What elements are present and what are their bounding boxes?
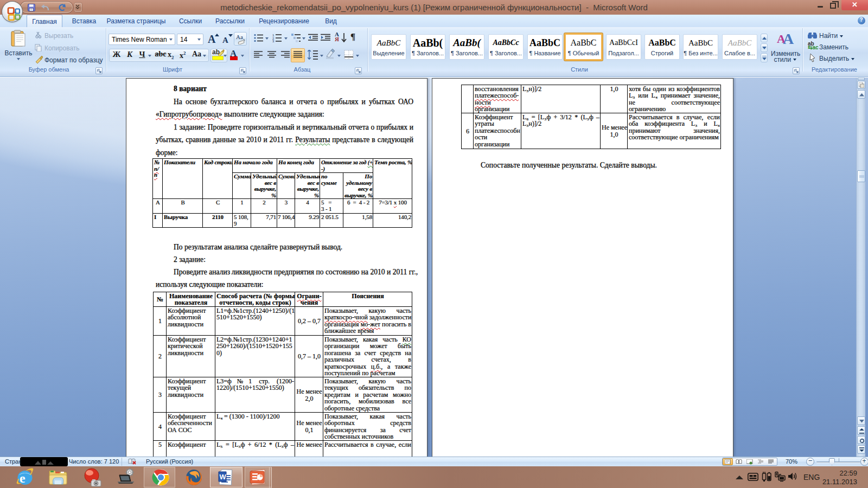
svg-text:e: e — [20, 471, 25, 485]
svg-text:W: W — [220, 473, 227, 481]
